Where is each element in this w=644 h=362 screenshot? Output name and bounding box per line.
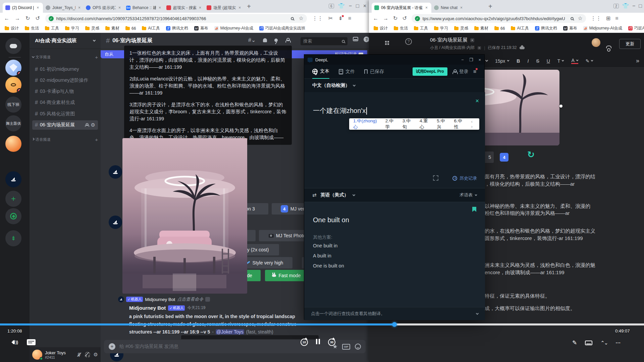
extension-count-badge[interactable]: 6 — [329, 4, 334, 8]
source-language-bar[interactable]: 中文（自动检测） — [304, 79, 484, 92]
bookmark-folder[interactable]: 设计 — [5, 25, 19, 31]
forward-30-icon[interactable]: 30 — [328, 339, 335, 346]
bookmark-mubu[interactable]: M幕布 — [563, 25, 577, 31]
tab-text[interactable]: 文本 — [312, 65, 329, 79]
keyboard-shortcuts-icon[interactable] — [585, 341, 592, 345]
strikethrough-button[interactable]: S — [536, 58, 539, 64]
add-channel-icon[interactable]: + — [95, 137, 98, 142]
danmaku-toggle-icon[interactable] — [27, 339, 36, 345]
rewind-10-icon[interactable]: 10 — [301, 339, 308, 346]
zoom-icon[interactable] — [291, 17, 294, 20]
server-icon-midjourney[interactable] — [5, 171, 21, 187]
server-icon-fox-avatar[interactable] — [5, 136, 21, 152]
alternative-option[interactable]: One is built on — [313, 263, 344, 268]
profile-icon[interactable]: 👕 — [338, 3, 345, 9]
pencil-annotate-icon[interactable]: ✎ — [572, 339, 577, 346]
ime-candidate[interactable]: 6.中性 — [454, 118, 466, 130]
menu-icon[interactable]: ≡ — [348, 16, 351, 21]
invite-people-icon[interactable] — [85, 123, 88, 127]
sidebar-channel-05[interactable]: #05·风格化运营图 — [32, 109, 98, 119]
close-button[interactable]: × — [363, 3, 366, 9]
sidebar-channel-04[interactable]: #04·商业素材生成 — [32, 98, 98, 107]
swap-languages-icon[interactable]: ⇄ — [312, 192, 317, 198]
bookmark-folder[interactable]: AI工具 — [142, 25, 160, 31]
chevron-down-icon[interactable] — [476, 312, 479, 314]
doc-title[interactable]: 06·室内场景延展 — [430, 37, 468, 43]
bookmark-folder[interactable]: 素材 — [105, 25, 119, 31]
maximize-button[interactable]: □ — [356, 3, 359, 9]
download-apps-button[interactable]: ⇟ — [5, 230, 21, 246]
doc-version-4-badge[interactable]: 4 — [500, 153, 508, 162]
tab-joker-toys[interactable]: Joker_Toys_Low× — [43, 3, 83, 13]
bot-avatar[interactable] — [109, 216, 122, 229]
bot-avatar[interactable] — [109, 165, 122, 179]
emoji-picker-icon[interactable] — [355, 344, 361, 350]
hamburger-menu-icon[interactable]: ≡ — [473, 69, 476, 75]
bookmark-tencent-docs[interactable]: 文腾讯文档 — [166, 25, 188, 31]
right-address-bar[interactable]: ✓ tps://www.yuque.com/xiaochou-qx2xh/aig… — [412, 14, 586, 23]
bookmark-folder[interactable]: 灵感 — [85, 25, 99, 31]
user-avatar[interactable] — [32, 350, 42, 360]
minimize-button[interactable]: − — [461, 57, 464, 62]
tab-new-chat[interactable]: New chat× — [431, 3, 485, 13]
exit-fullscreen-icon[interactable]: ⌃⌄ — [600, 340, 607, 346]
download-icon[interactable]: ⇟ — [338, 16, 342, 21]
tab-close-icon[interactable]: × — [37, 5, 39, 10]
bookmark-folder[interactable]: 学习 — [434, 25, 448, 31]
more-menu-icon[interactable]: ⋮⋮ — [312, 16, 323, 21]
history-icon[interactable]: ↺ — [402, 16, 407, 21]
server-icon-offline-class[interactable]: 线下班 — [5, 97, 21, 113]
ime-candidate[interactable]: 5.中兴 — [437, 118, 449, 130]
text-category[interactable]: 文字频道 + — [32, 54, 98, 60]
message-author[interactable]: Midjourney Bot — [129, 305, 166, 311]
bookmark-star-icon[interactable]: ☆ — [578, 16, 582, 21]
glossary-button[interactable]: 术语表 — [460, 192, 477, 198]
try-deepl-pro-button[interactable]: 试用DeepL Pro — [413, 67, 447, 76]
ime-candidate[interactable]: 4.重心 — [420, 118, 432, 130]
bookmark-folder[interactable]: 学习 — [65, 25, 79, 31]
tab-close-icon[interactable]: × — [118, 5, 121, 10]
tab-scene[interactable]: 场景 (超现实× — [204, 3, 244, 13]
ime-candidate[interactable]: 2.中学 — [385, 118, 398, 130]
settings-gear-icon[interactable]: ⚙ — [94, 352, 98, 358]
bookmark-folder[interactable]: 生活 — [25, 25, 39, 31]
tab-close-icon[interactable]: × — [238, 5, 241, 10]
maximize-button[interactable]: □ — [639, 3, 642, 9]
ocr-select-icon[interactable] — [433, 175, 438, 181]
history-icon[interactable]: ↺ — [35, 16, 40, 21]
bookmark-folder[interactable]: 66 — [494, 26, 505, 31]
bookmark-tencent-docs[interactable]: 文腾讯文档 — [535, 25, 557, 31]
more-menu-icon[interactable]: ⋮⋮ — [591, 16, 601, 21]
server-icon-bird[interactable]: 1 — [5, 77, 21, 93]
sidebar-channel-06-active[interactable]: #06·室内场景延展 ⚙ — [32, 120, 98, 130]
attach-plus-icon[interactable]: + — [109, 343, 115, 350]
ime-page-arrows[interactable]: ‹ › — [471, 119, 475, 129]
collaborator-avatar[interactable] — [592, 38, 600, 47]
user-panel[interactable]: Joker Toys #2411 🎙 🎧 ⚙ — [30, 347, 101, 362]
server-header[interactable]: AI合成·商业实战班 — [30, 33, 101, 49]
tab-xhs-search[interactable]: 超现实 - 搜索结× — [164, 3, 204, 13]
tab-yuque[interactable]: 06·室内场景延展 - 语雀× — [372, 3, 431, 13]
toolbar-more-button[interactable]: » — [636, 57, 639, 64]
login-button[interactable]: 登录 — [452, 69, 469, 75]
fast-mode-button[interactable]: Fast mode — [265, 270, 308, 281]
highlight-pen-button[interactable]: ✎ — [586, 58, 593, 64]
bookmark-midjourney[interactable]: ⛵Midjourney-AI合成 — [583, 25, 622, 31]
bookmark-folder[interactable]: 工具 — [414, 25, 428, 31]
volume-icon[interactable]: )) — [13, 340, 18, 345]
bookmark-folder[interactable]: 工具 — [45, 25, 59, 31]
reload-icon[interactable]: ↻ — [25, 16, 30, 21]
restore-button[interactable]: ❐ — [469, 57, 473, 62]
tab-files[interactable]: 文件 — [339, 69, 355, 75]
extension-count-badge[interactable]: 2 — [613, 4, 619, 8]
member-list-icon[interactable] — [285, 38, 290, 43]
bookmark-folder[interactable]: 66 — [125, 26, 136, 31]
generated-image-preview[interactable] — [122, 138, 247, 294]
tab-ops[interactable]: OPS 提示词工作× — [83, 3, 123, 13]
server-icon-gem[interactable]: 1 — [5, 60, 21, 76]
tab-close-icon[interactable]: × — [425, 5, 428, 10]
alternative-option[interactable]: A built in — [313, 253, 331, 258]
forward-icon[interactable]: → — [383, 16, 388, 21]
tab-close-icon[interactable]: × — [199, 5, 201, 10]
bookmark-folder[interactable]: AI工具 — [511, 25, 529, 31]
